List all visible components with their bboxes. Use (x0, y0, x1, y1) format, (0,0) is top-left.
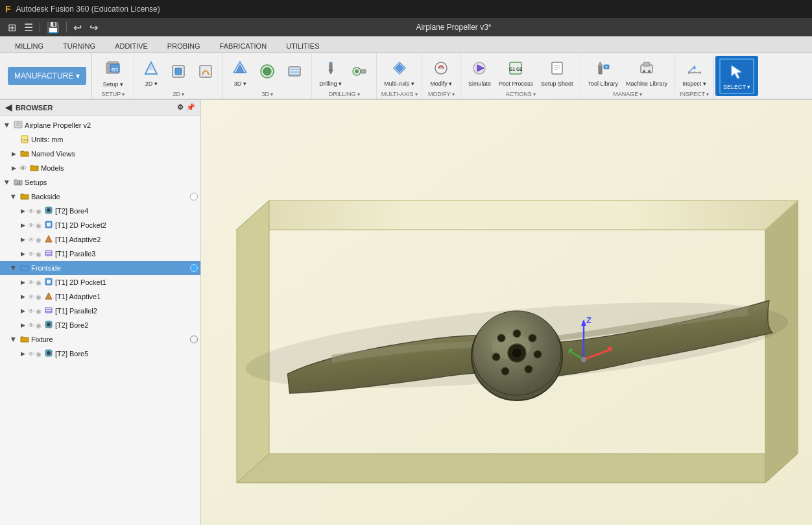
tree-item-units[interactable]: mm Units: mm (0, 132, 200, 147)
tree-item-frontside[interactable]: ▶ Frontside (0, 261, 200, 275)
setup-group: G1 Setup ▾ SETUP ▾ (92, 53, 134, 99)
setup-icon: G1 (104, 59, 122, 80)
drilling2-button[interactable] (346, 56, 372, 90)
browser-settings-icon[interactable]: ⚙ (177, 103, 184, 112)
tree-item-paralle3[interactable]: ▶ 👁 ◉ [T1] Paralle3 (0, 247, 200, 261)
tree-item-setups[interactable]: ▶ Setups (0, 175, 200, 189)
2d-pocket-icon (170, 63, 187, 82)
tab-probing[interactable]: PROBING (158, 38, 210, 53)
inspect-group-label-text: INSPECT (680, 91, 705, 97)
svg-rect-20 (361, 69, 366, 73)
measure-button[interactable]: Inspect ▾ (679, 56, 710, 90)
3d-adaptive-label: 3D ▾ (234, 80, 246, 87)
svg-marker-45 (732, 66, 741, 79)
tree-item-adaptive2[interactable]: ▶ 👁 ◉ [T1] Adaptive2 (0, 232, 200, 247)
tree-item-pocket2[interactable]: ▶ 👁 ◉ [T1] 2D Pocket2 (0, 218, 200, 232)
tab-turning[interactable]: TURNING (53, 38, 105, 53)
tab-milling[interactable]: MILLING (5, 38, 53, 53)
simulate-label: Simulate (468, 80, 491, 87)
setup-group-label: SETUP ▾ (101, 90, 125, 99)
select-buttons: SELECT ▾ (719, 58, 754, 94)
setups-icon (14, 177, 23, 188)
toolbar-area: MANUFACTURE ▾ G1 Setup ▾ SETUP ▾ (0, 53, 812, 100)
tree-item-backside[interactable]: ▶ Backside (0, 189, 200, 204)
svg-marker-32 (598, 62, 603, 66)
3d-buttons: 3D ▾ (227, 56, 307, 90)
tree-item-pocket1[interactable]: ▶ 👁 ◉ [T1] 2D Pocket1 (0, 275, 200, 289)
modify-button[interactable]: Modify ▾ (427, 56, 455, 90)
save-btn[interactable]: 💾 (44, 20, 62, 35)
setup-arrow: ▾ (122, 92, 125, 97)
svg-rect-59 (47, 280, 51, 284)
3d-adaptive-button[interactable]: 3D ▾ (227, 56, 253, 90)
tree-item-bore2[interactable]: ▶ 👁 ◉ [T2] Bore2 (0, 318, 200, 332)
machine-library-button[interactable]: Machine Library (623, 56, 671, 90)
tree-item-named-views[interactable]: ▶ Named Views (0, 147, 200, 161)
tab-fabrication[interactable]: FABRICATION (210, 38, 277, 53)
browser-collapse-icon[interactable]: ◀ (5, 103, 12, 112)
parallel2-arrow: ▶ (18, 308, 27, 314)
backside-arrow: ▶ (10, 192, 17, 201)
tree-item-adaptive1[interactable]: ▶ 👁 ◉ [T1] Adaptive1 (0, 289, 200, 304)
tree-item-parallel2[interactable]: ▶ 👁 ◉ [T1] Parallel2 (0, 304, 200, 318)
3d-group-label-text: 3D (262, 91, 270, 97)
viewport[interactable]: Z (201, 100, 812, 525)
named-views-label: Named Views (31, 150, 198, 158)
2d-pocket-button[interactable] (165, 56, 191, 90)
post-icon: G1 G2 (507, 60, 524, 79)
sheet-button[interactable]: Setup Sheet (538, 56, 577, 90)
pocket1-vis1: 👁 (28, 279, 34, 286)
setup-button[interactable]: G1 Setup ▾ (96, 56, 130, 90)
tab-additive[interactable]: ADDITIVE (105, 38, 158, 53)
manufacture-group: MANUFACTURE ▾ (3, 53, 92, 99)
3d-parallel-icon (286, 63, 303, 82)
adaptive2-arrow: ▶ (18, 236, 27, 243)
adaptive2-label: [T1] Adaptive2 (55, 236, 198, 243)
post-button[interactable]: G1 G2 Post Process (496, 56, 536, 90)
adaptive1-vis2: ◉ (36, 293, 42, 300)
2d-contour-button[interactable] (193, 56, 219, 90)
3d-pocket-button[interactable] (254, 56, 280, 90)
drilling-buttons: Drilling ▾ (316, 56, 372, 90)
browser-pin-icon[interactable]: 📌 (186, 103, 195, 112)
tree-item-bore4[interactable]: ▶ 👁 ◉ [T2] Bore4 (0, 204, 200, 218)
select-button[interactable]: SELECT ▾ (719, 58, 754, 94)
main-area: ◀ BROWSER ⚙ 📌 ▶ Airplane Propeller v2 mm (0, 100, 812, 525)
redo-btn[interactable]: ↪ (87, 20, 101, 35)
parallel2-label: [T1] Parallel2 (55, 307, 198, 315)
modify-group-label-text: MODIFY (428, 91, 451, 97)
tree-item-fixture[interactable]: ▶ Fixture (0, 332, 200, 347)
pocket2-label: [T1] 2D Pocket2 (55, 221, 198, 229)
select-icon (728, 63, 745, 82)
tool-library-button[interactable]: T Tool Library (584, 56, 621, 90)
svg-point-64 (47, 323, 51, 326)
tab-utilities[interactable]: UTILITIES (276, 38, 329, 53)
tree-item-root[interactable]: ▶ Airplane Propeller v2 (0, 118, 200, 132)
multi-axis-group-label-text: MULTI-AXIS (381, 91, 414, 97)
setup-group-label-text: SETUP (101, 91, 121, 97)
tree-item-models[interactable]: ▶ 👁 Models (0, 161, 200, 175)
adaptive2-vis1: 👁 (28, 236, 34, 243)
multi-axis-button[interactable]: Multi-Axis ▾ (381, 56, 418, 90)
modify-group: Modify ▾ MODIFY ▾ (422, 53, 461, 99)
2d-group: 2D ▾ (134, 53, 223, 99)
undo-btn[interactable]: ↩ (71, 20, 84, 35)
svg-point-19 (355, 69, 359, 73)
tree-item-bore5[interactable]: ▶ 👁 ◉ [T2] Bore5 (0, 347, 200, 361)
svg-rect-36 (643, 62, 650, 66)
3d-parallel-button[interactable] (281, 56, 307, 90)
bore5-vis1: 👁 (28, 350, 34, 358)
svg-rect-60 (45, 308, 52, 313)
manufacture-button[interactable]: MANUFACTURE ▾ (8, 67, 86, 85)
paralle3-label: [T1] Paralle3 (55, 250, 198, 258)
svg-line-43 (689, 66, 695, 73)
simulate-button[interactable]: Simulate (465, 56, 494, 90)
svg-point-17 (329, 62, 332, 65)
menu-btn[interactable]: ☰ (21, 20, 36, 35)
adaptive1-vis1: 👁 (28, 293, 34, 300)
2d-buttons: 2D ▾ (138, 56, 219, 90)
drilling-button[interactable]: Drilling ▾ (316, 56, 345, 90)
2d-adaptive-button[interactable]: 2D ▾ (138, 56, 164, 90)
manage-arrow: ▾ (639, 92, 642, 97)
grid-btn[interactable]: ⊞ (5, 20, 19, 35)
